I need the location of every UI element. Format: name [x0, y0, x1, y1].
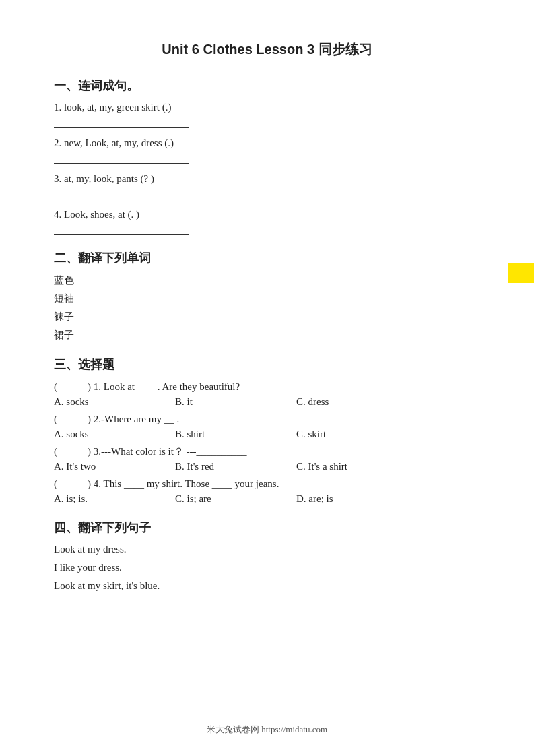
choice-q3-paren: ( ) [54, 446, 91, 457]
vocab-1: 蓝色 [54, 274, 480, 287]
choice-q3-options: A. It's two B. It's red C. It's a shirt [54, 461, 480, 472]
choice-q3-b: B. It's red [175, 461, 256, 472]
choice-q2-options: A. socks B. shirt C. skirt [54, 429, 480, 440]
page-title: Unit 6 Clothes Lesson 3 同步练习 [54, 40, 480, 59]
q1: 1. look, at, my, green skirt (.) [54, 102, 480, 128]
choice-q1-c: C. dress [296, 396, 377, 408]
choice-q2-paren: ( ) [54, 414, 91, 424]
section-1: 一、连词成句。 1. look, at, my, green skirt (.)… [54, 77, 480, 235]
section-1-title: 一、连词成句。 [54, 77, 480, 94]
choice-q3-text: ( ) 3.---What color is it？ ---__________ [54, 445, 480, 458]
section-4: 四、翻译下列句子 Look at my dress. I like your d… [54, 519, 480, 592]
q4-text: 4. Look, shoes, at (. ) [54, 209, 480, 220]
section-3: 三、选择题 ( ) 1. Look at ____. Are they beau… [54, 356, 480, 505]
q3-answer-line [54, 187, 189, 199]
vocab-4: 裙子 [54, 329, 480, 342]
choice-q1-a: A. socks [54, 396, 135, 408]
q1-text: 1. look, at, my, green skirt (.) [54, 102, 480, 113]
choice-q2: ( ) 2.-Where are my __ . A. socks B. shi… [54, 413, 480, 440]
choice-q4-paren: ( ) [54, 478, 91, 489]
choice-q4: ( ) 4. This ____ my shirt. Those ____ yo… [54, 478, 480, 505]
choice-q4-d: D. are; is [296, 493, 377, 505]
choice-q4-c: C. is; are [175, 493, 256, 505]
q1-answer-line [54, 116, 189, 128]
choice-q1-b: B. it [175, 396, 256, 408]
q4: 4. Look, shoes, at (. ) [54, 209, 480, 235]
choice-q3: ( ) 3.---What color is it？ ---__________… [54, 445, 480, 472]
q3: 3. at, my, look, pants (? ) [54, 173, 480, 199]
choice-q2-body: 2.-Where are my __ . [94, 414, 179, 424]
choice-q4-text: ( ) 4. This ____ my shirt. Those ____ yo… [54, 478, 480, 491]
q4-answer-line [54, 223, 189, 235]
choice-q1: ( ) 1. Look at ____. Are they beautiful?… [54, 381, 480, 408]
choice-q2-a: A. socks [54, 429, 135, 440]
translate-3: Look at my skirt, it's blue. [54, 580, 480, 592]
vocab-2: 短袖 [54, 292, 480, 305]
choice-q1-paren: ( ) [54, 381, 91, 392]
footer: 米大兔试卷网 https://midatu.com [0, 724, 534, 736]
q3-text: 3. at, my, look, pants (? ) [54, 173, 480, 185]
section-2: 二、翻译下列单词 蓝色 短袖 袜子 裙子 [54, 250, 480, 342]
section-2-title: 二、翻译下列单词 [54, 250, 480, 266]
section-3-title: 三、选择题 [54, 356, 480, 373]
choice-q2-text: ( ) 2.-Where are my __ . [54, 413, 480, 426]
q2: 2. new, Look, at, my, dress (.) [54, 137, 480, 164]
choice-q4-a: A. is; is. [54, 493, 135, 505]
vocab-3: 袜子 [54, 311, 480, 323]
choice-q3-body: 3.---What color is it？ ---__________ [94, 446, 247, 457]
choice-q4-options: A. is; is. C. is; are D. are; is [54, 493, 480, 505]
section-4-title: 四、翻译下列句子 [54, 519, 480, 536]
yellow-marker [508, 263, 534, 283]
choice-q4-body: 4. This ____ my shirt. Those ____ your j… [94, 478, 279, 489]
choice-q2-b: B. shirt [175, 429, 256, 440]
choice-q1-options: A. socks B. it C. dress [54, 396, 480, 408]
translate-1: Look at my dress. [54, 544, 480, 555]
choice-q3-c: C. It's a shirt [296, 461, 377, 472]
q2-answer-line [54, 152, 189, 164]
choice-q1-text: ( ) 1. Look at ____. Are they beautiful? [54, 381, 480, 393]
choice-q1-body: 1. Look at ____. Are they beautiful? [94, 381, 240, 392]
choice-q3-a: A. It's two [54, 461, 135, 472]
choice-q2-c: C. skirt [296, 429, 377, 440]
translate-2: I like your dress. [54, 562, 480, 573]
q2-text: 2. new, Look, at, my, dress (.) [54, 137, 480, 149]
